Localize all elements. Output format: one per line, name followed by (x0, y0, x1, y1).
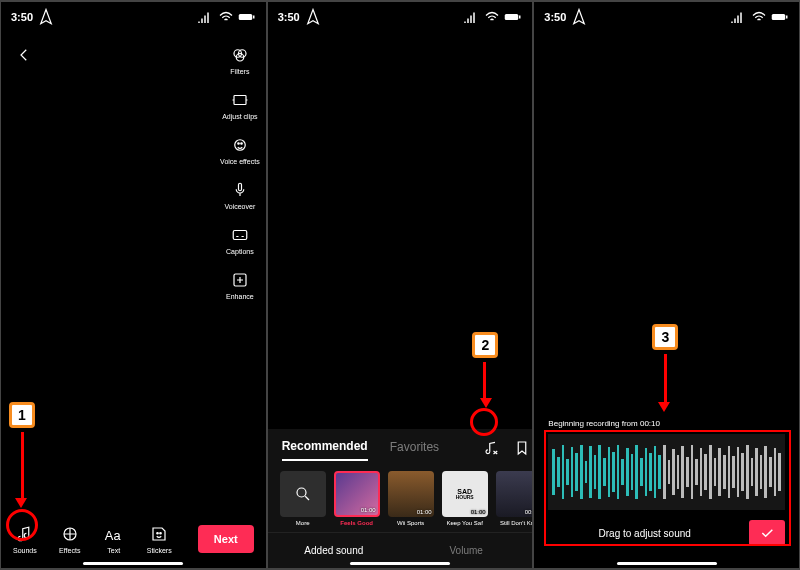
tool-captions[interactable]: Captions (226, 224, 254, 255)
svg-rect-0 (238, 14, 252, 20)
status-icons (729, 8, 789, 26)
search-icon (294, 485, 312, 503)
tool-filters[interactable]: Filters (229, 44, 251, 75)
battery-icon (238, 8, 256, 26)
svg-rect-20 (786, 16, 788, 19)
btool-effects[interactable]: Effects (59, 523, 81, 554)
music-trim-icon (483, 439, 501, 457)
home-indicator[interactable] (617, 562, 717, 565)
wifi-icon (217, 8, 235, 26)
svg-point-18 (297, 488, 306, 497)
wifi-icon (750, 8, 768, 26)
annotation-arrow-head (658, 402, 670, 412)
chevron-left-icon (15, 46, 33, 64)
tool-enhance[interactable]: Enhance (226, 269, 254, 300)
track-wii-sports[interactable]: 01:00 Wii Sports (388, 471, 434, 526)
status-bar: 3:50 (268, 2, 533, 28)
svg-rect-17 (519, 16, 521, 19)
annotation-arrow-head (15, 498, 27, 508)
svg-point-7 (238, 143, 240, 145)
tab-favorites[interactable]: Favorites (390, 440, 439, 460)
step-badge-3: 3 (652, 324, 678, 350)
captions-icon (231, 226, 249, 244)
track-feels-good[interactable]: 01:00 Feels Good (334, 471, 380, 526)
step-badge-1: 1 (9, 402, 35, 428)
battery-icon (504, 8, 522, 26)
tool-voiceover[interactable]: Voiceover (225, 179, 256, 210)
stickers-icon (150, 525, 168, 543)
track-still-dont-know[interactable]: 00:32 Still Don't Kno (496, 471, 533, 526)
signal-icon (196, 8, 214, 26)
svg-point-15 (160, 533, 162, 535)
microphone-icon (231, 181, 249, 199)
location-icon (304, 8, 322, 26)
svg-text:Aa: Aa (105, 528, 122, 543)
annotation-arrow (483, 362, 486, 400)
svg-rect-16 (505, 14, 519, 20)
effects-icon (61, 525, 79, 543)
screen-editor: 3:50 Filters Adjust clips Voice effects … (1, 2, 266, 568)
tool-adjust-clips[interactable]: Adjust clips (222, 89, 257, 120)
annotation-arrow (21, 432, 24, 500)
svg-point-14 (157, 533, 159, 535)
sound-panel: Recommended Favorites More 01:00 Feels G… (268, 429, 533, 568)
svg-point-8 (241, 143, 243, 145)
text-icon: Aa (103, 523, 125, 545)
sound-tabs: Recommended Favorites (268, 439, 533, 461)
filters-icon (231, 46, 249, 64)
tab-recommended[interactable]: Recommended (282, 439, 368, 461)
svg-rect-5 (234, 96, 246, 105)
bookmark-icon (513, 439, 531, 457)
status-time: 3:50 (278, 11, 300, 23)
track-keep-you-safe[interactable]: SADHOURS01:00 Keep You Saf (442, 471, 488, 526)
screen-sound-picker: 3:50 Recommended Favorites (268, 2, 533, 568)
status-icons (462, 8, 522, 26)
tracks-row[interactable]: More 01:00 Feels Good 01:00 Wii Sports S… (268, 461, 533, 532)
trim-sound-button[interactable] (483, 439, 501, 461)
next-button[interactable]: Next (198, 525, 254, 553)
tool-voice-effects[interactable]: Voice effects (220, 134, 260, 165)
status-icons (196, 8, 256, 26)
btool-stickers[interactable]: Stickers (147, 523, 172, 554)
location-icon (37, 8, 55, 26)
btool-text[interactable]: Aa Text (103, 523, 125, 554)
voice-effects-icon (231, 136, 249, 154)
recording-start-label: Beginning recording from 00:10 (548, 419, 785, 428)
editor-tool-column: Filters Adjust clips Voice effects Voice… (220, 44, 260, 300)
bookmark-button[interactable] (513, 439, 531, 461)
enhance-icon (231, 271, 249, 289)
location-icon (570, 8, 588, 26)
annotation-circle (6, 509, 38, 541)
status-time: 3:50 (544, 11, 566, 23)
annotation-arrow-head (480, 398, 492, 408)
signal-icon (462, 8, 480, 26)
svg-rect-1 (253, 16, 255, 19)
home-indicator[interactable] (83, 562, 183, 565)
status-bar: 3:50 (534, 2, 799, 28)
track-search[interactable]: More (280, 471, 326, 526)
status-time: 3:50 (11, 11, 33, 23)
svg-rect-19 (772, 14, 786, 20)
editor-bottom-bar: Sounds Effects Aa Text Stickers Next (1, 523, 266, 554)
wifi-icon (483, 8, 501, 26)
status-bar: 3:50 (1, 2, 266, 28)
home-indicator[interactable] (350, 562, 450, 565)
svg-rect-10 (233, 231, 247, 240)
signal-icon (729, 8, 747, 26)
annotation-arrow (664, 354, 667, 404)
back-button[interactable] (15, 46, 33, 68)
svg-rect-9 (238, 183, 241, 191)
step-badge-2: 2 (472, 332, 498, 358)
adjust-clips-icon (231, 91, 249, 109)
battery-icon (771, 8, 789, 26)
annotation-rect (544, 430, 791, 546)
screen-adjust-sound: 3:50 Beginning recording from 00:10 Drag… (534, 2, 799, 568)
